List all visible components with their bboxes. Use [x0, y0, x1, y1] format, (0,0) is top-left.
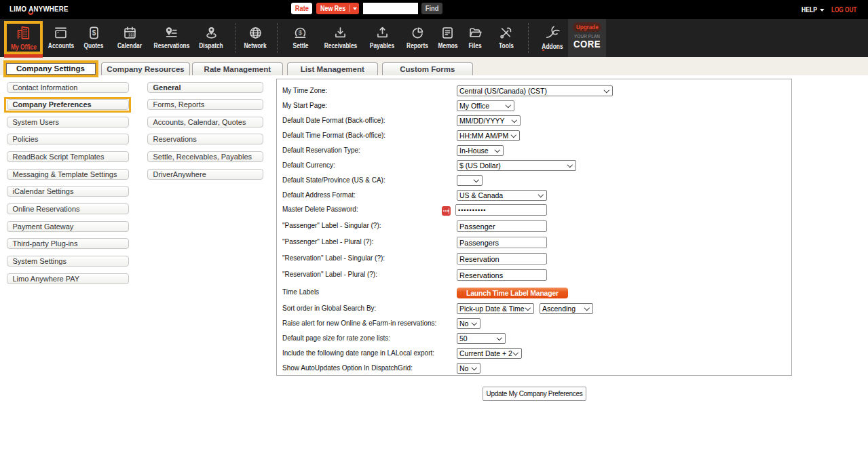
- svg-text:$: $: [92, 29, 96, 37]
- svg-text:$: $: [299, 28, 303, 36]
